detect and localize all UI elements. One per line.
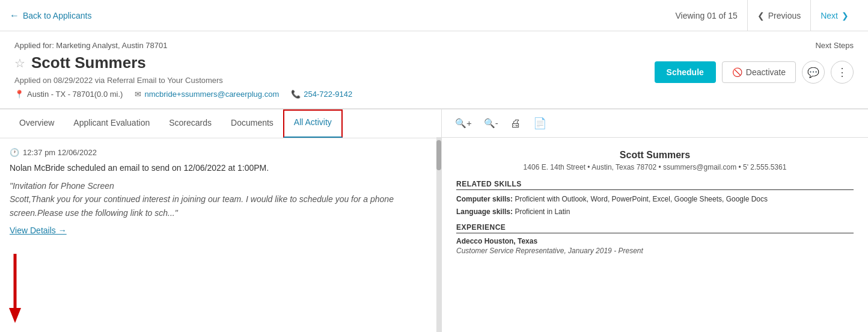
message-icon: 💬	[807, 67, 819, 78]
top-navigation-bar: ← Back to Applicants Viewing 01 of 15 ❮ …	[0, 0, 868, 31]
resume-language-skills: Language skills: Proficient in Latin	[456, 206, 854, 217]
activity-description: Nolan McBride scheduled an email to send…	[10, 162, 432, 174]
resume-title-1: Customer Service Representative, January…	[456, 247, 854, 255]
scrollbar-track[interactable]	[436, 137, 441, 332]
next-button[interactable]: Next ❯	[810, 0, 858, 31]
tab-overview[interactable]: Overview	[10, 109, 64, 138]
deactivate-button[interactable]: 🚫 Deactivate	[722, 61, 796, 83]
next-steps-label: Next Steps	[815, 41, 854, 50]
phone-item: 📞 254-722-9142	[291, 90, 352, 99]
applicant-header: Applied for: Marketing Analyst, Austin 7…	[0, 31, 868, 109]
language-skills-label: Language skills:	[456, 208, 513, 216]
clock-icon: 🕐	[10, 148, 19, 157]
activity-timestamp: 🕐 12:37 pm 12/06/2022	[10, 148, 432, 157]
message-button[interactable]: 💬	[802, 61, 825, 84]
zoom-in-icon: 🔍+	[455, 118, 472, 128]
previous-label: Previous	[768, 11, 801, 20]
chevron-right-icon: ❯	[842, 11, 849, 20]
location-pin-icon: 📍	[14, 90, 24, 99]
applied-via-text: Applied on 08/29/2022 via Referral Email…	[14, 76, 352, 85]
deactivate-icon: 🚫	[732, 67, 742, 77]
phone-icon: 📞	[291, 90, 301, 99]
tab-documents[interactable]: Documents	[221, 109, 283, 138]
more-options-button[interactable]: ⋮	[831, 61, 854, 84]
resume-related-skills-title: RELATED SKILLS	[456, 180, 854, 190]
main-content: Overview Applicant Evaluation Scorecards…	[0, 109, 868, 332]
back-to-applicants-link[interactable]: ← Back to Applicants	[10, 10, 91, 21]
tab-scorecards[interactable]: Scorecards	[159, 109, 221, 138]
left-panel: Overview Applicant Evaluation Scorecards…	[0, 109, 442, 332]
computer-skills-value: Proficient with Outlook, Word, PowerPoin…	[515, 195, 768, 203]
applicant-name-row: ☆ Scott Summers	[14, 54, 352, 72]
resume-name: Scott Summers	[456, 150, 854, 161]
location-item: 📍 Austin - TX - 78701(0.0 mi.)	[14, 90, 123, 99]
applied-for-text: Applied for: Marketing Analyst, Austin 7…	[14, 41, 352, 50]
next-label: Next	[821, 11, 838, 20]
scrollbar-thumb[interactable]	[436, 140, 441, 170]
print-icon: 🖨	[510, 117, 521, 129]
top-bar-left: ← Back to Applicants	[10, 10, 91, 21]
resume-contact: 1406 E. 14th Street • Austin, Texas 7870…	[456, 163, 854, 171]
zoom-out-icon: 🔍-	[484, 118, 498, 128]
more-icon: ⋮	[837, 66, 848, 79]
applicant-info: Applied for: Marketing Analyst, Austin 7…	[14, 41, 352, 99]
previous-button[interactable]: ❮ Previous	[747, 0, 810, 31]
back-arrow-icon: ←	[10, 10, 19, 21]
schedule-button[interactable]: Schedule	[655, 61, 716, 83]
zoom-out-button[interactable]: 🔍-	[480, 115, 502, 131]
applicant-actions: Next Steps Schedule 🚫 Deactivate 💬 ⋮	[655, 41, 854, 84]
activity-panel: 🕐 12:37 pm 12/06/2022 Nolan McBride sche…	[0, 138, 441, 332]
download-button[interactable]: 📄	[530, 114, 550, 132]
print-button[interactable]: 🖨	[507, 115, 525, 132]
tab-all-activity[interactable]: All Activity	[283, 109, 343, 138]
applicant-name: Scott Summers	[31, 54, 146, 72]
phone-link[interactable]: 254-722-9142	[304, 90, 352, 99]
tab-bar: Overview Applicant Evaluation Scorecards…	[0, 109, 441, 138]
mail-icon: ✉	[135, 90, 141, 99]
top-bar-right: Viewing 01 of 15 ❮ Previous Next ❯	[675, 0, 858, 31]
email-link[interactable]: nmcbride+ssummers@careerplug.com	[144, 90, 279, 99]
right-panel: 🔍+ 🔍- 🖨 📄 Scott Summers 1406 E. 14th Str…	[442, 109, 868, 332]
resume-content: Scott Summers 1406 E. 14th Street • Aust…	[442, 138, 868, 332]
zoom-in-button[interactable]: 🔍+	[451, 115, 475, 131]
location-text: Austin - TX - 78701(0.0 mi.)	[27, 90, 123, 99]
resume-experience-title: EXPERIENCE	[456, 223, 854, 233]
viewing-counter: Viewing 01 of 15	[675, 11, 737, 20]
resume-computer-skills: Computer skills: Proficient with Outlook…	[456, 194, 854, 204]
resume-company-1: Adecco Houston, Texas	[456, 237, 854, 245]
language-skills-value: Proficient in Latin	[515, 208, 570, 216]
chevron-left-icon: ❮	[757, 11, 765, 20]
activity-item: 🕐 12:37 pm 12/06/2022 Nolan McBride sche…	[10, 148, 432, 235]
email-item: ✉ nmcbride+ssummers@careerplug.com	[135, 90, 279, 99]
tab-applicant-evaluation[interactable]: Applicant Evaluation	[64, 109, 159, 138]
resume-toolbar: 🔍+ 🔍- 🖨 📄	[442, 109, 868, 138]
view-details-link[interactable]: View Details →	[10, 226, 67, 235]
star-icon[interactable]: ☆	[14, 56, 25, 70]
actions-row: Schedule 🚫 Deactivate 💬 ⋮	[655, 61, 854, 84]
download-icon: 📄	[533, 117, 546, 129]
back-to-applicants-label: Back to Applicants	[23, 11, 91, 20]
contact-row: 📍 Austin - TX - 78701(0.0 mi.) ✉ nmcbrid…	[14, 90, 352, 99]
computer-skills-label: Computer skills:	[456, 195, 513, 203]
activity-quote: "Invitation for Phone Screen Scott,Thank…	[10, 179, 432, 220]
